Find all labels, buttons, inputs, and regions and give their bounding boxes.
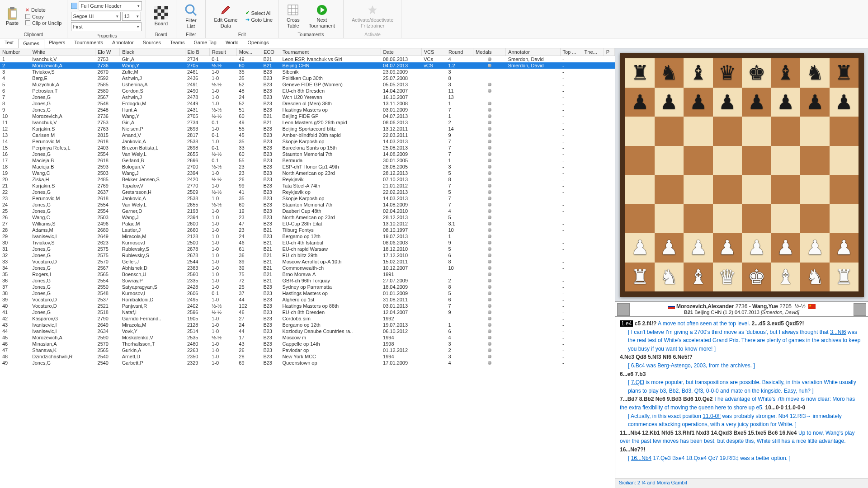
board-square[interactable] <box>800 175 830 204</box>
chess-piece[interactable]: ♟ <box>689 238 707 258</box>
board-square[interactable] <box>830 175 859 204</box>
table-row[interactable]: 29Ivanisevic,I2649Miracola,M21281-024B23… <box>0 233 615 239</box>
table-row[interactable]: 36Jones,G2554Sowray,P23351-072B21GBR-ch … <box>0 277 615 284</box>
board-square[interactable] <box>625 146 655 175</box>
board-square[interactable]: ♟ <box>684 88 713 117</box>
board-square[interactable] <box>800 117 830 146</box>
chess-piece[interactable]: ♟ <box>660 92 678 112</box>
board-square[interactable]: ♟ <box>655 233 684 263</box>
column-header[interactable]: Round <box>446 48 473 56</box>
chess-piece[interactable]: ♟ <box>689 92 707 112</box>
games-table[interactable]: NumberWhiteElo WBlackElo BResultMov...EC… <box>0 48 615 366</box>
chess-piece[interactable]: ♟ <box>777 238 794 258</box>
board-square[interactable] <box>742 117 771 146</box>
board-square[interactable]: ♝ <box>771 263 801 292</box>
delete-button[interactable]: ✕Delete <box>24 7 63 14</box>
table-row[interactable]: 22Jones,G2637Gretarsson,H2509½-½41B23Rey… <box>0 189 615 195</box>
column-header[interactable]: P <box>604 48 614 56</box>
table-row[interactable]: 39Vocaturo,D2537Rombaldoni,D24951-044B23… <box>0 296 615 303</box>
chess-board[interactable]: ♜♞♝♛♚♝♞♜♟♟♟♟♟♟♟♟♟♟♟♟♟♟♟♟♜♞♝♛♚♝♞♜ <box>620 53 864 297</box>
table-row[interactable]: 24Jones,G2554Van Wely,L2655½-½60B23Staun… <box>0 202 615 208</box>
table-row[interactable]: 19Wang,C2503Wang,J23941-023B23North Amer… <box>0 170 615 176</box>
chess-piece[interactable]: ♟ <box>777 92 794 112</box>
table-row[interactable]: 20Ziska,H2485Bekker Jensen,S2420½-½26B23… <box>0 176 615 183</box>
column-header[interactable]: White <box>30 48 95 56</box>
board-square[interactable] <box>655 117 684 146</box>
board-square[interactable] <box>625 204 655 234</box>
board-square[interactable]: ♝ <box>684 263 713 292</box>
table-row[interactable]: 34Jones,G2567Abhishek,D23831-039B21Commo… <box>0 265 615 271</box>
chess-piece[interactable]: ♜ <box>835 63 853 83</box>
column-header[interactable]: Date <box>381 48 421 56</box>
column-header[interactable]: The... <box>582 48 604 56</box>
board-square[interactable]: ♛ <box>713 58 742 88</box>
board-square[interactable]: ♞ <box>655 263 684 292</box>
chess-piece[interactable]: ♝ <box>689 267 707 287</box>
chess-piece[interactable]: ♛ <box>718 267 736 287</box>
board-square[interactable] <box>800 204 830 234</box>
column-header[interactable]: Mov... <box>236 48 261 56</box>
table-row[interactable]: 10Morozevich,A2736Wang,Y2705½-½60B21Beij… <box>0 113 615 119</box>
table-row[interactable]: 38Jones,G2548Kurnosov,I26060-137B23Hasti… <box>0 290 615 296</box>
board-square[interactable]: ♟ <box>625 88 655 117</box>
board-square[interactable] <box>684 175 713 204</box>
board-square[interactable]: ♟ <box>655 88 684 117</box>
notation-line[interactable]: 11...Nb4 12.Kb1 Nfd5 13.Rhf1 Nxd3 14.Qxd… <box>620 429 863 454</box>
column-header[interactable]: Black <box>120 48 185 56</box>
tab-players[interactable]: Players <box>44 38 70 48</box>
chess-piece[interactable]: ♟ <box>718 238 736 258</box>
table-row[interactable]: 32Jones,G2575Rublevsky,S26781-036B21EU-c… <box>0 252 615 258</box>
select-all-button[interactable]: ✔Select All <box>244 9 274 16</box>
chess-piece[interactable]: ♞ <box>806 267 824 287</box>
table-row[interactable]: 44Ivanisevic,I2634Vovk,Y25141-044B23Kozl… <box>0 328 615 334</box>
board-square[interactable]: ♝ <box>771 58 801 88</box>
notation-comment[interactable]: [ I can't believe I'm giving a 2700's th… <box>620 328 863 353</box>
notation-line[interactable]: 7...Bd7 8.Bb2 Nc6 9.Bd3 Bd6 10.Qe2 The a… <box>620 395 863 412</box>
board-square[interactable] <box>742 175 771 204</box>
header-style-dropdown[interactable]: Full Game Header <box>79 1 142 10</box>
board-square[interactable] <box>771 175 801 204</box>
board-square[interactable] <box>655 175 684 204</box>
chess-piece[interactable]: ♟ <box>835 238 853 258</box>
board-square[interactable] <box>684 204 713 234</box>
next-tournament-button[interactable]: Next Tournament <box>304 4 340 28</box>
board-square[interactable]: ♟ <box>830 233 859 263</box>
table-row[interactable]: 40Vocaturo,D2521Panjwani,R2402½-½102B23H… <box>0 303 615 309</box>
goto-line-button[interactable]: ➔Goto Line <box>244 16 274 23</box>
table-row[interactable]: 28Adams,M2680Lautier,J26601-023B21Tilbur… <box>0 227 615 233</box>
column-header[interactable]: ECO <box>261 48 280 56</box>
table-row[interactable]: 35Rogers,I2565Boensch,U25601-075B21Brno … <box>0 271 615 277</box>
board-square[interactable] <box>742 146 771 175</box>
table-row[interactable]: 30Tiviakov,S2623Kurnosov,I25001-046B21EU… <box>0 239 615 246</box>
tab-game tag[interactable]: Game Tag <box>189 38 221 48</box>
table-row[interactable]: 41Jones,G2518Nataf,I2596½-½46B23EU-ch 8t… <box>0 309 615 315</box>
notation-pane[interactable]: 1.e4 c5 2.f4!? A move not often seen at … <box>615 317 868 478</box>
table-row[interactable]: 3Tiviakov,S2670Zufic,M24611-035B23Sibeni… <box>0 69 615 75</box>
font-family-dropdown[interactable]: Segoe UI <box>71 12 121 21</box>
table-row[interactable]: 45Morozevich,A2590Moskalenko,V2535½-½17B… <box>0 334 615 341</box>
chess-piece[interactable]: ♜ <box>631 63 649 83</box>
board-square[interactable] <box>713 175 742 204</box>
chess-piece[interactable]: ♝ <box>777 267 794 287</box>
board-button[interactable]: Board <box>150 6 172 26</box>
board-square[interactable] <box>830 146 859 175</box>
tab-games[interactable]: Games <box>18 39 44 48</box>
table-row[interactable]: 43Ivanisevic,I2649Miracola,M21281-024B23… <box>0 322 615 328</box>
tab-teams[interactable]: Teams <box>165 38 189 48</box>
table-row[interactable]: 8Jones,G2548Erdogdu,M24491-052B23Dresden… <box>0 100 615 107</box>
clip-button[interactable]: Clip or Unclip <box>24 20 63 26</box>
board-square[interactable] <box>830 204 859 234</box>
games-table-scroll[interactable]: NumberWhiteElo WBlackElo BResultMov...EC… <box>0 48 615 488</box>
table-row[interactable]: 42Kasparov,G2790Garrido Fernand..19051-0… <box>0 315 615 322</box>
paste-button[interactable]: Paste <box>4 7 21 26</box>
chess-piece[interactable]: ♟ <box>660 238 678 258</box>
chess-piece[interactable]: ♚ <box>748 63 765 83</box>
board-square[interactable]: ♚ <box>742 58 771 88</box>
notation-comment[interactable]: [ 16...Nb4 17.Qe3 Bxe4 18.Qxe4 Qc7 19.Rf… <box>620 454 863 463</box>
board-square[interactable]: ♝ <box>684 58 713 88</box>
board-square[interactable]: ♟ <box>713 233 742 263</box>
chess-piece[interactable]: ♟ <box>835 92 853 112</box>
table-row[interactable]: 33Vocaturo,D2570Geller,J25441-039B21Mosc… <box>0 258 615 265</box>
board-square[interactable]: ♚ <box>742 263 771 292</box>
column-header[interactable]: Number <box>0 48 30 56</box>
